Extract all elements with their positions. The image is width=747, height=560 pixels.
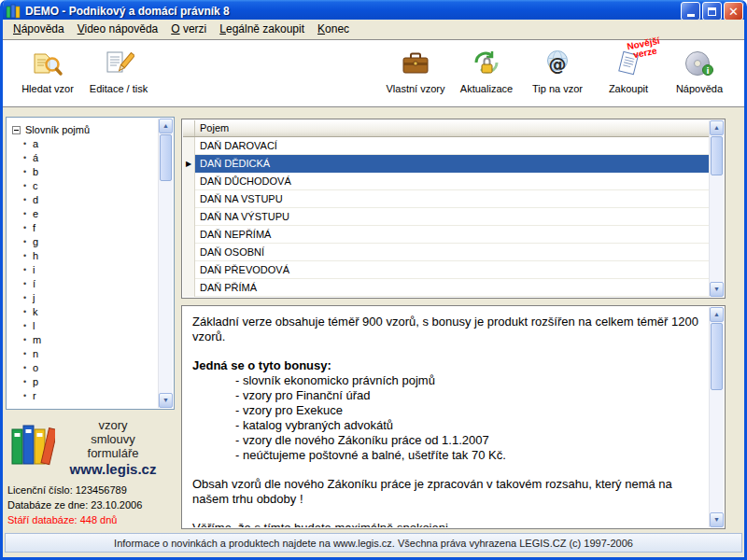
table-row[interactable]: DAŇ PŘÍMÁ (183, 279, 709, 297)
dictionary-tree: Slovník pojmů a á b c d e f g h i í j k … (7, 119, 158, 408)
row-marker (183, 173, 195, 190)
menubar: Nápověda Video nápověda O verzi Legálně … (3, 20, 744, 38)
dictionary-tree-panel: Slovník pojmů a á b c d e f g h i í j k … (6, 117, 175, 410)
legis-website-link[interactable]: www.legis.cz (57, 461, 169, 477)
toolbar-label: Zakoupit (609, 83, 648, 94)
bonus-item: - katalog vybraných advokátů (235, 418, 699, 433)
menu-legalne-zakoupit[interactable]: Legálně zakoupit (213, 21, 311, 37)
app-icon (6, 4, 21, 19)
tree-item-letter[interactable]: f (12, 221, 158, 235)
toolbar-label: Aktualizace (460, 83, 513, 94)
terms-table: Pojem DAŇ DAROVACÍ ▶ DAŇ DĚDICKÁ DAŇ DŮC… (183, 120, 709, 297)
scrollbar-up-button[interactable]: ▲ (710, 120, 724, 135)
table-row[interactable]: DAŇ DŮCHODOVÁ (183, 173, 709, 190)
edit-document-icon (103, 48, 134, 79)
tree-item-letter[interactable]: r (12, 389, 158, 403)
svg-text:i: i (706, 66, 709, 76)
status-text: Informace o novinkách a produktech najde… (114, 538, 633, 549)
toolbar-button-zakoupit[interactable]: Novější verze Zakoupit (593, 40, 664, 106)
tree-item-letter[interactable]: k (12, 305, 158, 319)
menu-konec[interactable]: Konec (311, 21, 356, 37)
close-icon: ✕ (728, 6, 739, 18)
tree-item-letter[interactable]: o (12, 361, 158, 375)
update-lock-icon (471, 48, 502, 79)
maximize-button[interactable] (702, 2, 722, 21)
toolbar-button-editace-tisk[interactable]: Editace / tisk (83, 40, 154, 106)
tree-item-letter[interactable]: í (12, 277, 158, 291)
bonus-item: - neúčtujeme poštovné a balné, ušetříte … (235, 448, 699, 463)
tree-item-letter[interactable]: h (12, 249, 158, 263)
bonus-item: - vzory pro Finanční úřad (235, 388, 699, 403)
scrollbar-up-button[interactable]: ▲ (710, 307, 724, 322)
tree-scrollbar[interactable]: ▲ ▼ (158, 119, 173, 408)
at-globe-icon: @ (542, 48, 573, 79)
briefcase-icon (400, 48, 431, 79)
table-scrollbar[interactable]: ▲ ▼ (709, 120, 724, 297)
legis-books-logo (10, 419, 55, 471)
row-marker (183, 208, 195, 226)
menu-video-napoveda[interactable]: Video nápověda (71, 21, 165, 37)
menu-napoveda[interactable]: Nápověda (7, 21, 71, 37)
table-row[interactable]: DAŇ DAROVACÍ (183, 137, 709, 155)
tree-item-letter[interactable]: a (12, 137, 158, 151)
closing-paragraph: Věříme, že s tímto budete maximálně spok… (192, 521, 699, 527)
table-row[interactable]: DAŇ NA VÝSTUPU (183, 208, 709, 226)
newer-version-badge: Novější verze (622, 35, 668, 62)
row-marker (183, 137, 195, 155)
window-controls: ✕ (681, 2, 743, 21)
scrollbar-down-button[interactable]: ▼ (710, 512, 724, 527)
table-row[interactable]: DAŇ OSOBNÍ (183, 244, 709, 261)
scrollbar-thumb[interactable] (711, 323, 723, 390)
row-marker (183, 190, 195, 208)
column-header-pojem[interactable]: Pojem (195, 120, 709, 136)
tree-item-letter[interactable]: c (12, 179, 158, 193)
description-scrollbar[interactable]: ▲ ▼ (709, 307, 724, 527)
table-row-selected[interactable]: ▶ DAŇ DĚDICKÁ (183, 155, 709, 173)
table-row[interactable]: DAŇ NA VSTUPU (183, 190, 709, 208)
maximize-icon (708, 7, 716, 16)
minimize-button[interactable] (681, 2, 700, 21)
toolbar-button-tip-na-vzor[interactable]: @ Tip na vzor (522, 40, 593, 106)
toolbar-button-napoveda[interactable]: i Nápověda (664, 40, 735, 106)
bonus-heading: Jedná se o tyto bonusy: (192, 358, 699, 373)
toolbar: Hledat vzor Editace / tisk (3, 39, 744, 107)
toolbar-label: Hledat vzor (21, 83, 74, 94)
bonus-list: - slovník ekonomicko právních pojmů - vz… (192, 373, 699, 463)
tree-item-letter[interactable]: e (12, 207, 158, 221)
tree-item-letter[interactable]: m (12, 333, 158, 347)
tree-item-letter[interactable]: á (12, 151, 158, 165)
bonus-item: - slovník ekonomicko právních pojmů (235, 373, 699, 388)
scrollbar-down-button[interactable]: ▼ (710, 282, 724, 297)
toolbar-label: Nápověda (676, 83, 723, 94)
table-row[interactable]: DAŇ NEPŘÍMÁ (183, 226, 709, 244)
tree-root-slovnik-pojmu[interactable]: Slovník pojmů (12, 122, 158, 137)
menu-o-verzi[interactable]: O verzi (164, 21, 213, 37)
tree-item-letter[interactable]: p (12, 375, 158, 389)
description-text: Základní verze obsahuje téměř 900 vzorů,… (183, 307, 709, 527)
tree-item-letter[interactable]: b (12, 165, 158, 179)
scrollbar-down-button[interactable]: ▼ (159, 393, 173, 408)
tree-item-letter[interactable]: n (12, 347, 158, 361)
logo-word-formulare: formuláře (57, 446, 169, 460)
tree-item-letter[interactable]: j (12, 291, 158, 305)
cd-disc-icon: i (684, 48, 715, 79)
database-age: Stáří databáze: 448 dnů (7, 514, 117, 525)
tree-collapse-icon[interactable] (12, 126, 21, 134)
scrollbar-thumb[interactable] (160, 134, 172, 181)
toolbar-label: Vlastní vzory (387, 83, 445, 94)
tree-item-letter[interactable]: g (12, 235, 158, 249)
intro-paragraph: Základní verze obsahuje téměř 900 vzorů,… (192, 315, 699, 344)
tree-item-letter[interactable]: i (12, 263, 158, 277)
table-row[interactable]: DAŇ PŘEVODOVÁ (183, 261, 709, 279)
toolbar-button-aktualizace[interactable]: Aktualizace (451, 40, 522, 106)
scrollbar-thumb[interactable] (711, 136, 723, 175)
tree-item-letter[interactable]: d (12, 193, 158, 207)
content-paragraph: Obsah vzorů dle nového Zákoníku práce je… (192, 477, 699, 507)
logo-tagline: vzory smlouvy formuláře (57, 418, 169, 460)
tree-item-letter[interactable]: l (12, 319, 158, 333)
scrollbar-up-button[interactable]: ▲ (159, 119, 173, 133)
toolbar-label: Tip na vzor (532, 83, 583, 94)
toolbar-button-hledat-vzor[interactable]: Hledat vzor (12, 40, 83, 106)
toolbar-button-vlastni-vzory[interactable]: Vlastní vzory (380, 40, 451, 106)
close-button[interactable]: ✕ (724, 2, 743, 21)
